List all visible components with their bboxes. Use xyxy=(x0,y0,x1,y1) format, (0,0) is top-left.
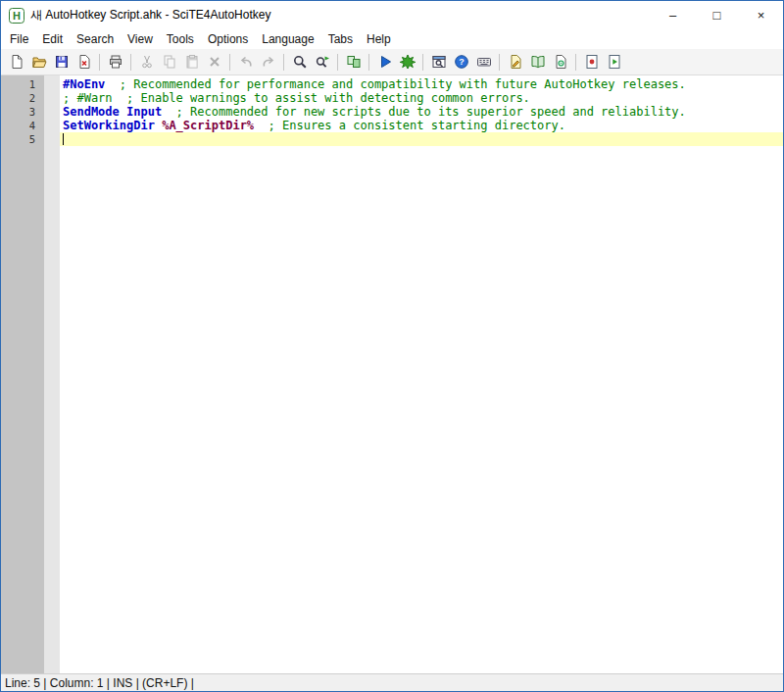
current-code-line[interactable] xyxy=(60,132,783,146)
menu-options[interactable]: Options xyxy=(201,30,255,48)
titlebar: H 새 AutoHotkey Script.ahk - SciTE4AutoHo… xyxy=(1,1,783,29)
marker-margin[interactable] xyxy=(44,75,60,673)
cut-button xyxy=(135,51,158,74)
maximize-button[interactable]: □ xyxy=(695,1,739,29)
delete-icon xyxy=(207,54,222,70)
code-token: ; Ensures a consistent starting director… xyxy=(269,119,565,132)
toolbar-separator xyxy=(229,54,230,71)
line-number[interactable]: 1 xyxy=(1,77,35,91)
toolbar: ? xyxy=(1,49,783,75)
menu-tabs[interactable]: Tabs xyxy=(321,30,360,48)
help-button[interactable]: ? xyxy=(450,51,472,74)
code-token xyxy=(120,105,126,119)
new-file-icon xyxy=(9,54,24,70)
close-button[interactable]: × xyxy=(739,1,783,29)
cut-icon xyxy=(139,54,155,70)
undo-icon xyxy=(238,54,254,70)
help-docs-button[interactable] xyxy=(526,51,549,74)
save-file-button[interactable] xyxy=(50,51,73,74)
code-token xyxy=(105,77,119,91)
macro-play-button[interactable] xyxy=(603,51,625,74)
menu-view[interactable]: View xyxy=(121,30,160,48)
code-token: %A_ScriptDir% xyxy=(162,119,254,132)
macro-record-button[interactable] xyxy=(580,51,603,74)
app-window: H 새 AutoHotkey Script.ahk - SciTE4AutoHo… xyxy=(0,0,784,692)
edit-config-icon xyxy=(508,54,523,70)
paste-icon xyxy=(184,54,200,70)
run-button[interactable] xyxy=(373,51,396,74)
print-icon xyxy=(108,54,123,70)
autohotkey-app-icon: H xyxy=(9,8,24,24)
help-docs-icon xyxy=(530,54,546,70)
find-icon xyxy=(292,54,308,70)
code-area[interactable]: #NoEnv ; Recommended for performance and… xyxy=(60,75,783,673)
toolbar-separator xyxy=(575,54,576,71)
code-token: SetWorkingDir xyxy=(63,119,155,132)
menu-search[interactable]: Search xyxy=(70,30,121,48)
app-icon-letter: H xyxy=(13,10,21,22)
replace-icon xyxy=(346,54,362,70)
toolbar-separator xyxy=(99,54,100,71)
code-token: ; Recommended for new scripts due to its… xyxy=(176,105,686,119)
statusbar: Line: 5 | Column: 1 | INS | (CR+LF) | xyxy=(1,673,783,691)
code-token: SendMode xyxy=(63,105,120,119)
stop-button[interactable] xyxy=(396,51,418,74)
copy-icon xyxy=(162,54,177,70)
menu-tools[interactable]: Tools xyxy=(160,30,201,48)
close-file-icon xyxy=(76,54,92,70)
find-next-button[interactable] xyxy=(311,51,333,74)
redo-button xyxy=(257,51,279,74)
find-button[interactable] xyxy=(288,51,311,74)
menu-edit[interactable]: Edit xyxy=(35,30,70,48)
editor[interactable]: 12345 #NoEnv ; Recommended for performan… xyxy=(1,75,783,673)
code-line[interactable]: SendMode Input ; Recommended for new scr… xyxy=(60,105,783,119)
find-next-icon xyxy=(315,54,330,70)
open-file-button[interactable] xyxy=(27,51,50,74)
print-button[interactable] xyxy=(104,51,126,74)
run-icon xyxy=(377,54,393,70)
code-token: #NoEnv xyxy=(63,77,105,91)
stop-icon xyxy=(400,54,416,70)
window-spy-icon xyxy=(431,54,447,70)
menu-help[interactable]: Help xyxy=(360,30,398,48)
line-number[interactable]: 2 xyxy=(1,91,35,105)
settings-file-button[interactable] xyxy=(549,51,571,74)
paste-button xyxy=(180,51,203,74)
line-number[interactable]: 3 xyxy=(1,105,35,119)
help-icon: ? xyxy=(454,54,469,70)
save-file-icon xyxy=(54,54,70,70)
code-token: ; #Warn ; Enable warnings to assist with… xyxy=(63,91,530,105)
line-number[interactable]: 4 xyxy=(1,119,35,132)
code-token xyxy=(162,105,175,119)
statusbar-text: Line: 5 | Column: 1 | INS | (CR+LF) | xyxy=(5,676,194,690)
code-line[interactable]: ; #Warn ; Enable warnings to assist with… xyxy=(60,91,783,105)
svg-text:?: ? xyxy=(459,57,465,67)
toolbar-separator xyxy=(283,54,284,71)
menu-language[interactable]: Language xyxy=(255,30,320,48)
code-token: Input xyxy=(126,105,162,119)
menu-file[interactable]: File xyxy=(3,30,35,48)
line-number-margin[interactable]: 12345 xyxy=(1,75,44,673)
toolbar-separator xyxy=(368,54,369,71)
replace-button[interactable] xyxy=(342,51,365,74)
code-line[interactable]: #NoEnv ; Recommended for performance and… xyxy=(60,77,783,91)
code-token: ; Recommended for performance and compat… xyxy=(120,77,686,91)
minimize-button[interactable]: – xyxy=(651,1,695,29)
copy-button xyxy=(158,51,180,74)
close-file-button[interactable] xyxy=(73,51,95,74)
code-line[interactable]: SetWorkingDir %A_ScriptDir% ; Ensures a … xyxy=(60,119,783,132)
line-number[interactable]: 5 xyxy=(1,132,35,146)
edit-config-button[interactable] xyxy=(504,51,526,74)
macro-play-icon xyxy=(607,54,622,70)
new-file-button[interactable] xyxy=(5,51,27,74)
menubar: FileEditSearchViewToolsOptionsLanguageTa… xyxy=(1,29,783,49)
key-history-button[interactable] xyxy=(472,51,495,74)
macro-record-icon xyxy=(584,54,600,70)
redo-icon xyxy=(261,54,276,70)
key-history-icon xyxy=(476,54,492,70)
delete-button xyxy=(203,51,225,74)
settings-file-icon xyxy=(553,54,568,70)
window-spy-button[interactable] xyxy=(427,51,450,74)
window-controls: – □ × xyxy=(651,1,783,29)
window-title: 새 AutoHotkey Script.ahk - SciTE4AutoHotk… xyxy=(30,7,270,24)
